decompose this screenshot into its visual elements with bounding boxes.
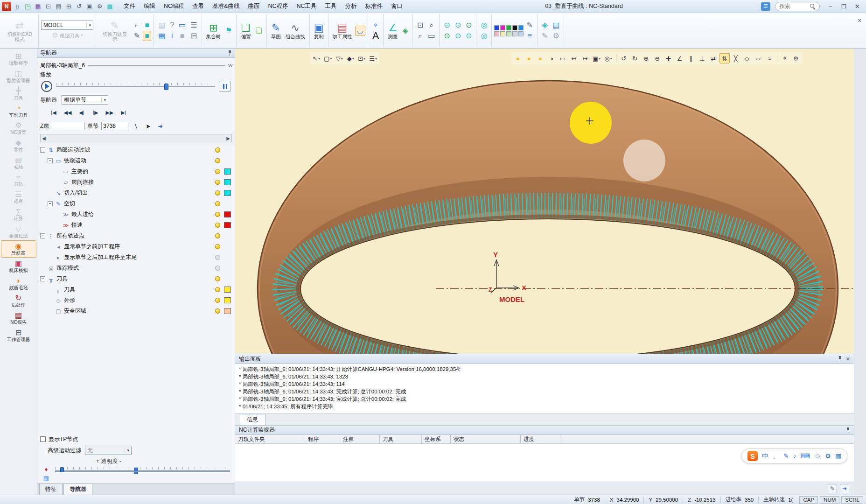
ribbon-icon[interactable]: ■ bbox=[143, 31, 151, 41]
display-tool-5[interactable]: ↤ bbox=[569, 53, 579, 63]
view-tool-10[interactable]: ╳ bbox=[731, 53, 741, 63]
panel-close-icon[interactable]: ✕ bbox=[846, 356, 850, 362]
visibility-bulb-icon[interactable] bbox=[215, 276, 220, 281]
ribbon-icon[interactable]: ⊙ bbox=[442, 20, 452, 30]
color-swatch[interactable] bbox=[494, 25, 499, 30]
color-swatch[interactable] bbox=[224, 222, 231, 228]
print-preview-icon[interactable]: ⊞ bbox=[64, 1, 74, 11]
sidebar-item-turning-tools[interactable]: ◔车削刀具 bbox=[1, 102, 36, 119]
extra-tool-0[interactable]: ⌖ bbox=[780, 53, 790, 63]
menu-item-11[interactable]: 窗口 bbox=[387, 0, 407, 12]
transport-button-5[interactable]: ▶| bbox=[118, 107, 130, 118]
selection-tool-0[interactable]: ↖▾ bbox=[311, 53, 321, 63]
save-icon[interactable]: ▦ bbox=[33, 1, 43, 11]
ribbon-icon[interactable]: ▦ bbox=[156, 31, 167, 41]
view-tool-8[interactable]: ⇄ bbox=[708, 53, 719, 63]
3d-viewport[interactable]: Y X Z MODEL ↖▾▢▾▽▾◆▾⊡▾☰▾ ●●●◑▭↤↦▣▾◎▾↺↻⊕⊖… bbox=[235, 49, 854, 354]
view-tool-7[interactable]: ⊥ bbox=[697, 53, 707, 63]
view-tool-5[interactable]: ∠ bbox=[675, 53, 685, 63]
ribbon-icon[interactable]: ❏ bbox=[253, 26, 264, 36]
playback-slider[interactable] bbox=[56, 82, 215, 91]
view-tool-13[interactable]: ≈ bbox=[764, 53, 775, 63]
apply-exit-icon[interactable]: ➜ bbox=[155, 121, 165, 131]
ime-account-icon[interactable]: ☺ bbox=[814, 453, 821, 459]
transport-button-1[interactable]: ◀◀ bbox=[62, 107, 74, 118]
ribbon-icon[interactable]: ? bbox=[168, 20, 176, 30]
color-swatch[interactable] bbox=[224, 179, 231, 185]
display-tool-2[interactable]: ● bbox=[535, 53, 545, 63]
transport-button-4[interactable]: ▶▶ bbox=[104, 107, 116, 118]
view-tool-1[interactable]: ↻ bbox=[630, 53, 640, 63]
ribbon-icon[interactable]: ◡ bbox=[355, 26, 365, 36]
ribbon-icon[interactable]: ⚑ bbox=[223, 26, 234, 36]
ribbon-icon[interactable]: ✎ bbox=[524, 20, 534, 30]
display-tool-4[interactable]: ▭ bbox=[558, 53, 568, 63]
expander-icon[interactable] bbox=[48, 158, 53, 163]
visibility-bulb-icon[interactable] bbox=[215, 147, 220, 153]
tree-node[interactable]: ▱层间连接 bbox=[40, 177, 232, 188]
ribbon-icon[interactable]: ⌐ bbox=[133, 20, 141, 30]
menu-item-5[interactable]: 曲面 bbox=[244, 0, 264, 12]
ribbon-icon[interactable]: ■ bbox=[143, 20, 151, 30]
sidebar-item-navigator[interactable]: ◉导航器 bbox=[1, 240, 36, 258]
ribbon-icon[interactable]: ✎ bbox=[540, 31, 550, 41]
visibility-bulb-icon[interactable] bbox=[215, 255, 220, 260]
color-swatch[interactable] bbox=[494, 31, 499, 36]
ribbon-icon[interactable]: ⊙ bbox=[453, 20, 463, 30]
selection-tool-2[interactable]: ▽▾ bbox=[334, 53, 344, 63]
view-tool-12[interactable]: ▱ bbox=[753, 53, 763, 63]
ribbon-icon[interactable]: ≡ bbox=[525, 31, 533, 41]
menu-item-8[interactable]: 工具 bbox=[321, 0, 341, 12]
view-tool-0[interactable]: ↺ bbox=[619, 53, 629, 63]
visibility-bulb-icon[interactable] bbox=[215, 201, 220, 206]
tree-node[interactable]: ▭铣削运动 bbox=[40, 155, 232, 166]
tree-node[interactable]: ⋮所有轨迹点 bbox=[40, 231, 232, 241]
ribbon-icon[interactable]: i bbox=[169, 31, 175, 41]
color-swatch[interactable] bbox=[500, 31, 505, 36]
hide-panel-icon[interactable]: ➜ bbox=[840, 484, 849, 493]
play-button[interactable] bbox=[41, 81, 52, 92]
expander-icon[interactable] bbox=[48, 201, 53, 206]
pager-right-icon[interactable]: ▶ bbox=[226, 136, 230, 141]
cursor-pick-icon[interactable]: ➤ bbox=[143, 121, 153, 131]
color-swatch[interactable] bbox=[224, 297, 231, 303]
show-tp-checkbox[interactable] bbox=[40, 436, 46, 442]
ime-toolbox-icon[interactable]: ⚙ bbox=[825, 453, 831, 459]
playback-slider-thumb[interactable] bbox=[164, 84, 168, 90]
menu-item-4[interactable]: 基准&曲线 bbox=[208, 0, 244, 12]
ribbon-icon[interactable]: ☰ bbox=[189, 20, 199, 30]
menu-item-2[interactable]: NC编程 bbox=[160, 0, 188, 12]
tab-info[interactable]: 信息 bbox=[239, 414, 266, 425]
menu-item-0[interactable]: 文件 bbox=[119, 0, 140, 12]
close-button[interactable]: ✕ bbox=[851, 1, 864, 12]
selection-tool-5[interactable]: ☰▾ bbox=[368, 53, 378, 63]
view-tool-2[interactable]: ⊕ bbox=[641, 53, 651, 63]
display-tool-1[interactable]: ● bbox=[524, 53, 534, 63]
ime-keyboard-icon[interactable]: ⌨ bbox=[801, 453, 810, 459]
tree-node[interactable]: ◇外形 bbox=[40, 295, 232, 306]
panel-tab-导航器[interactable]: 导航器 bbox=[63, 483, 92, 495]
ribbon-button[interactable]: ∠测量 bbox=[386, 21, 399, 40]
sidebar-item-post-process[interactable]: ↻后处理 bbox=[1, 292, 36, 309]
print-icon[interactable]: ▤ bbox=[54, 1, 63, 11]
color-swatch[interactable] bbox=[512, 31, 517, 36]
ribbon-icon[interactable]: ⊙ bbox=[442, 31, 452, 41]
ribbon-icon[interactable]: ⊡ bbox=[415, 20, 425, 30]
new-doc-icon[interactable]: ▯ bbox=[13, 1, 22, 11]
display-tool-3[interactable]: ◑ bbox=[546, 53, 557, 63]
view-tool-9[interactable]: ⇅ bbox=[719, 53, 730, 63]
tree-node[interactable]: ≫最大进给 bbox=[40, 209, 232, 220]
pause-button[interactable] bbox=[219, 81, 231, 92]
color-swatch[interactable] bbox=[224, 308, 231, 314]
display-tool-8[interactable]: ◎▾ bbox=[603, 53, 613, 63]
tree-node[interactable]: ⇅局部运动过滤 bbox=[40, 145, 232, 155]
ime-voice-icon[interactable]: ♪ bbox=[793, 453, 796, 459]
transport-button-0[interactable]: |◀ bbox=[48, 107, 60, 118]
color-swatch[interactable] bbox=[224, 211, 231, 217]
node-input[interactable] bbox=[101, 122, 128, 130]
visibility-bulb-icon[interactable] bbox=[215, 223, 220, 228]
visibility-bulb-icon[interactable] bbox=[215, 308, 220, 314]
visibility-bulb-icon[interactable] bbox=[215, 169, 220, 174]
ribbon-button[interactable]: ❏偏置 bbox=[239, 21, 252, 40]
visibility-bulb-icon[interactable] bbox=[215, 266, 220, 271]
